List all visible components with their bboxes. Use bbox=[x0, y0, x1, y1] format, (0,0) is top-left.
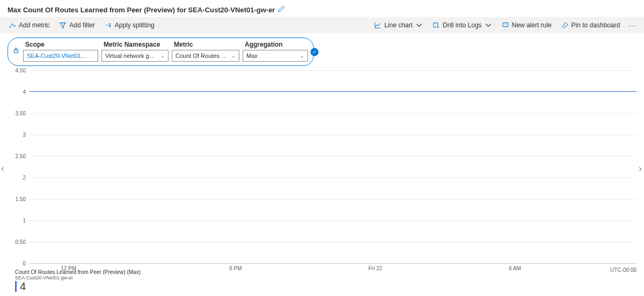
apply-splitting-button[interactable]: Apply splitting bbox=[100, 19, 159, 31]
chevron-down-icon bbox=[415, 21, 423, 29]
y-tick-label: 0 bbox=[23, 261, 26, 267]
chevron-down-icon: ⌄ bbox=[160, 53, 165, 58]
scope-lock-icon bbox=[12, 47, 20, 56]
y-axis: 4.5043.5032.5021.5010.500 bbox=[8, 70, 27, 263]
legend-series-name: Count Of Routes Learned from Peer (Previ… bbox=[15, 269, 141, 275]
y-tick-label: 4 bbox=[23, 88, 26, 94]
page-title: Max Count Of Routes Learned from Peer (P… bbox=[8, 6, 275, 14]
scope-label: Scope bbox=[23, 41, 98, 48]
scope-selector[interactable]: SEA-Cust20-VNet01-gw-er bbox=[23, 50, 98, 62]
y-tick-label: 0.50 bbox=[16, 239, 26, 245]
gridline bbox=[29, 70, 636, 71]
chart-legend: Count Of Routes Learned from Peer (Previ… bbox=[15, 269, 141, 292]
metric-selector[interactable]: Count Of Routes Learne...⌄ bbox=[172, 50, 239, 62]
gridline bbox=[29, 135, 636, 135]
add-metric-icon bbox=[9, 21, 16, 29]
pin-icon bbox=[561, 21, 569, 29]
y-tick-label: 3 bbox=[23, 132, 26, 138]
toolbar: Add metric Add filter Apply splitting Li… bbox=[0, 17, 644, 33]
y-tick-label: 3.50 bbox=[16, 110, 26, 116]
confirm-icon[interactable]: ✓ bbox=[311, 48, 319, 56]
chart-type-button[interactable]: Line chart bbox=[370, 19, 427, 31]
filter-icon bbox=[59, 21, 67, 29]
add-filter-button[interactable]: Add filter bbox=[55, 19, 99, 31]
add-metric-button[interactable]: Add metric bbox=[4, 19, 54, 31]
chevron-down-icon: ⌄ bbox=[231, 53, 236, 58]
new-alert-button[interactable]: New alert rule bbox=[497, 19, 556, 31]
drill-logs-button[interactable]: Drill into Logs bbox=[428, 19, 496, 31]
aggregation-label: Aggregation bbox=[243, 41, 308, 48]
gridline bbox=[29, 177, 636, 178]
drill-icon bbox=[433, 21, 440, 29]
y-tick-label: 2.50 bbox=[16, 153, 26, 159]
page-header: Max Count Of Routes Learned from Peer (P… bbox=[0, 0, 644, 17]
gridline bbox=[29, 263, 636, 264]
line-chart-icon bbox=[374, 21, 382, 29]
gridline bbox=[29, 220, 636, 221]
legend-resource-name: SEA-Cust20-VNet01-gw-er bbox=[15, 275, 141, 280]
namespace-label: Metric Namespace bbox=[101, 41, 169, 48]
svg-rect-3 bbox=[434, 23, 438, 27]
chevron-down-icon: ⌄ bbox=[300, 53, 304, 58]
aggregation-selector[interactable]: Max⌄ bbox=[243, 50, 308, 62]
y-tick-label: 2 bbox=[23, 175, 26, 181]
gridline bbox=[29, 199, 636, 199]
y-tick-label: 1 bbox=[23, 218, 26, 224]
timezone-label: UTC-08:00 bbox=[610, 267, 636, 273]
pin-button[interactable]: Pin to dashboard bbox=[557, 19, 625, 31]
more-button[interactable]: ··· bbox=[625, 21, 640, 29]
legend-value: 4 bbox=[15, 281, 141, 292]
metric-label: Metric bbox=[172, 41, 239, 48]
x-tick-label: 6 PM bbox=[229, 265, 241, 271]
x-tick-label: 6 AM bbox=[509, 265, 521, 271]
svg-rect-5 bbox=[14, 50, 18, 53]
chart-grid bbox=[29, 70, 636, 263]
gridline bbox=[29, 242, 636, 242]
gridline bbox=[29, 92, 636, 92]
metric-selector-pill: Scope SEA-Cust20-VNet01-gw-er Metric Nam… bbox=[8, 38, 314, 66]
chevron-down-icon bbox=[485, 21, 492, 29]
alert-icon bbox=[502, 21, 509, 29]
namespace-selector[interactable]: Virtual network gatewa...⌄ bbox=[101, 50, 169, 62]
next-chart-button[interactable]: › bbox=[636, 161, 644, 176]
gridline bbox=[29, 156, 636, 157]
chart-area: 4.5043.5032.5021.5010.500 12 PM6 PMFri 2… bbox=[8, 70, 636, 273]
x-tick-label: Fri 22 bbox=[368, 265, 382, 271]
split-icon bbox=[105, 21, 112, 29]
y-tick-label: 4.50 bbox=[16, 68, 26, 73]
y-tick-label: 1.50 bbox=[16, 196, 26, 202]
edit-icon[interactable] bbox=[278, 5, 285, 14]
prev-chart-button[interactable]: ‹ bbox=[0, 161, 6, 176]
gridline bbox=[29, 113, 636, 114]
